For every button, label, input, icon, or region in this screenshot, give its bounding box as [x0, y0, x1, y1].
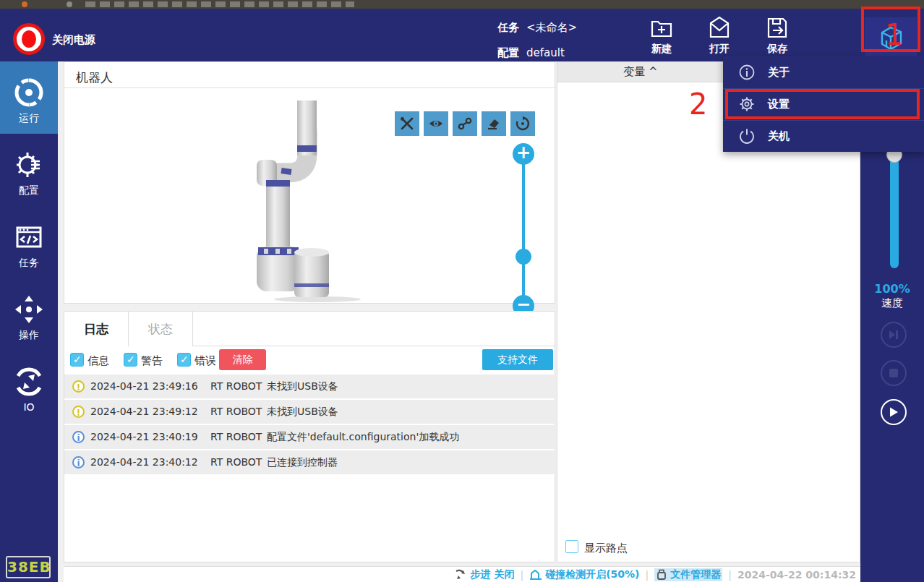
top-bar: 关闭电源 任务<未命名> 配置default 新建 打开 保存	[0, 9, 924, 61]
save-task-button[interactable]: 保存	[752, 14, 803, 56]
sidebar-run-label: 运行	[0, 112, 58, 125]
path-button[interactable]	[453, 111, 477, 136]
warning-icon: !	[72, 380, 85, 393]
tab-status[interactable]: 状态	[129, 312, 193, 346]
step-mode-label: 步进 关闭	[471, 568, 515, 581]
variables-collapse-toggle[interactable]: 变量 ^	[557, 65, 724, 79]
filter-error-checkbox[interactable]	[177, 353, 191, 367]
zoom-slider-track[interactable]	[522, 154, 525, 306]
separator: |	[728, 569, 732, 581]
file-manager-button[interactable]: 文件管理器	[654, 568, 722, 581]
log-source: RT ROBOT	[210, 431, 262, 442]
zoom-slider-knob[interactable]	[516, 249, 531, 265]
open-task-label: 打开	[694, 43, 745, 56]
zoom-in-button[interactable]: +	[513, 143, 534, 165]
collision-detect-toggle[interactable]: 碰撞检测开启(50%)	[529, 568, 639, 581]
log-entry: i 2024-04-21 23:40:12 RT ROBOT 已连接到控制器	[64, 450, 556, 474]
info-icon: i	[72, 456, 85, 468]
window-titlebar	[0, 0, 924, 9]
menu-shutdown-label: 关机	[768, 129, 790, 143]
run-icon	[14, 77, 44, 108]
collision-label: 碰撞检测开启(50%)	[545, 568, 639, 581]
view-toolbar	[395, 111, 535, 136]
save-icon	[764, 14, 790, 40]
stop-icon	[889, 368, 899, 378]
sidebar-item-run[interactable]: 运行	[0, 61, 58, 134]
sidebar-item-operate[interactable]: 操作	[0, 278, 58, 351]
log-message: 未找到USB设备	[267, 380, 338, 393]
robot-panel-title: 机器人	[76, 69, 113, 86]
power-off-button[interactable]: 关闭电源	[52, 33, 95, 47]
menu-item-about[interactable]: 关于	[723, 56, 924, 88]
stop-button[interactable]	[881, 360, 907, 386]
save-task-label: 保存	[752, 43, 803, 56]
config-label: 配置	[497, 46, 519, 59]
filter-warning-checkbox[interactable]	[124, 353, 137, 367]
separator: |	[645, 569, 649, 581]
config-value: default	[526, 46, 565, 59]
shutdown-power-icon	[739, 128, 755, 144]
log-source: RT ROBOT	[210, 456, 262, 468]
tools-button[interactable]	[395, 111, 419, 136]
log-time: 2024-04-21 23:40:12	[90, 456, 198, 468]
sidebar-operate-label: 操作	[0, 329, 58, 342]
tab-log[interactable]: 日志	[64, 312, 129, 346]
usb-drive-icon	[656, 569, 667, 581]
log-message: 已连接到控制器	[267, 456, 338, 469]
filter-error-label: 错误	[194, 354, 216, 368]
support-files-button[interactable]: 支持文件	[482, 349, 553, 370]
log-source: RT ROBOT	[210, 406, 262, 417]
move-arrows-icon	[14, 294, 44, 325]
open-file-icon	[706, 14, 732, 40]
menu-settings-label: 设置	[768, 98, 790, 111]
open-task-button[interactable]: 打开	[694, 14, 745, 56]
speed-value: 100%	[860, 282, 924, 296]
log-time: 2024-04-21 23:40:19	[90, 431, 198, 442]
log-entry: i 2024-04-21 23:40:19 RT ROBOT 配置文件'defa…	[64, 425, 556, 449]
new-task-button[interactable]: 新建	[636, 14, 687, 56]
log-tabs: 日志 状态	[64, 312, 556, 346]
filter-info-label: 信息	[87, 354, 109, 368]
erase-button[interactable]	[482, 111, 506, 136]
titlebar-dot-icon	[67, 1, 72, 7]
play-button[interactable]	[881, 399, 907, 425]
log-message: 配置文件'default.configuration'加载成功	[267, 431, 459, 444]
show-waypoints-label: 显示路点	[584, 542, 628, 555]
menu-item-shutdown[interactable]: 关机	[723, 120, 924, 152]
show-waypoints-checkbox[interactable]	[565, 540, 578, 553]
sidebar-item-task[interactable]: 任务	[0, 206, 58, 278]
config-gear-icon	[14, 150, 44, 180]
sidebar-config-label: 配置	[0, 184, 58, 197]
waypoint-path-icon	[457, 116, 473, 132]
sidebar-item-io[interactable]: IO	[0, 351, 58, 423]
log-message: 未找到USB设备	[267, 406, 338, 419]
sidebar-io-label: IO	[0, 401, 58, 413]
reset-view-button[interactable]	[510, 111, 535, 136]
file-manager-label: 文件管理器	[670, 568, 721, 581]
status-timestamp: 2024-04-22 00:14:32	[737, 569, 856, 581]
sidebar-task-label: 任务	[0, 257, 58, 270]
speed-slider-track[interactable]	[890, 153, 899, 268]
status-bar: 步进 关闭 | 碰撞检测开启(50%) | 文件管理器 | 2024-04-22…	[64, 566, 860, 582]
visibility-button[interactable]	[424, 111, 448, 136]
log-source: RT ROBOT	[210, 380, 262, 392]
step-forward-icon	[888, 329, 899, 341]
log-filter-row: 信息 警告 错误 清除 支持文件	[64, 346, 556, 373]
clear-log-button[interactable]: 清除	[219, 349, 266, 370]
eye-icon	[428, 116, 444, 132]
menu-item-settings[interactable]: 设置	[723, 88, 924, 120]
info-icon: i	[72, 431, 85, 443]
log-entries: ! 2024-04-21 23:49:16 RT ROBOT 未找到USB设备 …	[64, 375, 556, 476]
status-badge: 38EB	[6, 556, 51, 578]
new-task-label: 新建	[636, 43, 687, 56]
sidebar-item-config[interactable]: 配置	[0, 134, 58, 206]
filter-info-checkbox[interactable]	[70, 353, 84, 367]
step-mode-toggle[interactable]: 步进 关闭	[455, 568, 515, 581]
app-logo-icon	[872, 22, 910, 59]
tools-icon	[399, 116, 415, 132]
log-panel: 日志 状态 信息 警告 错误 清除 支持文件 ! 2024-04-21 23:4…	[64, 311, 555, 562]
task-row: 任务<未命名>	[497, 21, 577, 35]
power-off-icon[interactable]	[13, 23, 45, 55]
step-forward-button[interactable]	[881, 322, 907, 348]
app-dropdown-menu: 关于 设置 关机	[723, 56, 924, 152]
